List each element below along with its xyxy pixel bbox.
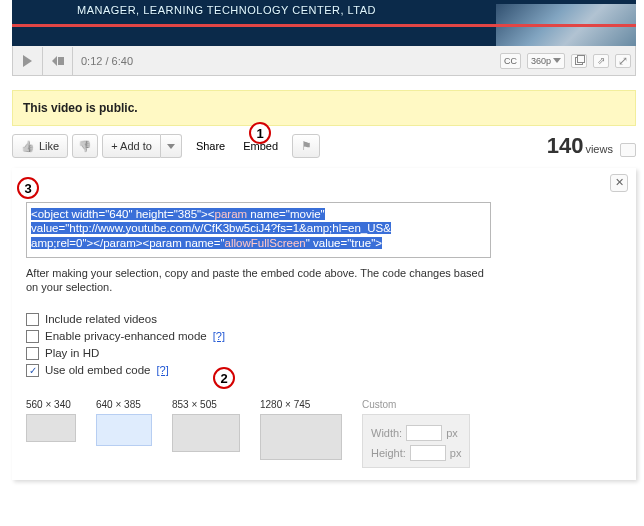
- action-bar: Like + Add to Share Embed 140views: [12, 134, 636, 158]
- size-label: 1280 × 745: [260, 399, 342, 410]
- checkbox[interactable]: [26, 330, 39, 343]
- opt-label: Play in HD: [45, 347, 99, 359]
- unit-label: px: [446, 427, 458, 439]
- width-input[interactable]: [406, 425, 442, 441]
- size-preset[interactable]: 560 × 340: [26, 399, 76, 468]
- checkbox[interactable]: ✓: [26, 364, 39, 377]
- size-custom: CustomWidth:pxHeight:px: [362, 399, 470, 468]
- size-preset[interactable]: 1280 × 745: [260, 399, 342, 468]
- size-preset[interactable]: 853 × 505: [172, 399, 240, 468]
- size-preview: [96, 414, 152, 446]
- embed-panel: ✕ <object width="640" height="385"><para…: [12, 168, 636, 480]
- addto-caret[interactable]: [161, 134, 182, 158]
- custom-width-row: Width:px: [371, 425, 461, 441]
- checkbox[interactable]: [26, 347, 39, 360]
- opt-related[interactable]: Include related videos: [26, 313, 622, 326]
- thumb-down-icon: [78, 140, 92, 153]
- embed-hint: After making your selection, copy and pa…: [26, 266, 496, 295]
- size-preview: [260, 414, 342, 460]
- player-controls: 0:12 / 6:40 CC 360p ⇗ ⤢: [12, 46, 636, 76]
- public-banner: This video is public.: [12, 90, 636, 126]
- like-label: Like: [39, 140, 59, 152]
- embed-link[interactable]: Embed: [243, 140, 278, 152]
- quality-label: 360p: [531, 56, 551, 66]
- view-count-number: 140: [547, 133, 584, 158]
- fullscreen-icon: ⤢: [618, 54, 628, 68]
- share-link[interactable]: Share: [196, 140, 225, 152]
- embed-options: Include related videos Enable privacy-en…: [26, 313, 622, 377]
- help-link[interactable]: [?]: [156, 364, 168, 376]
- size-preview: [172, 414, 240, 452]
- flag-icon: [301, 139, 312, 153]
- addto-button[interactable]: + Add to: [102, 134, 161, 158]
- newwindow-button[interactable]: ⇗: [593, 54, 609, 68]
- close-button[interactable]: ✕: [610, 174, 628, 192]
- checkbox[interactable]: [26, 313, 39, 326]
- height-label: Height:: [371, 447, 406, 459]
- speaker-icon: [52, 56, 64, 66]
- custom-title: Custom: [362, 399, 470, 410]
- size-presets: 560 × 340640 × 385853 × 5051280 × 745Cus…: [26, 399, 622, 468]
- opt-oldcode[interactable]: ✓ Use old embed code [?]: [26, 364, 622, 377]
- video-frame[interactable]: MANAGER, LEARNING TECHNOLOGY CENTER, LTA…: [12, 0, 636, 46]
- size-label: 640 × 385: [96, 399, 152, 410]
- embed-code-textarea[interactable]: <object width="640" height="385"><param …: [26, 202, 491, 258]
- size-preview: [26, 414, 76, 442]
- opt-label: Use old embed code: [45, 364, 150, 376]
- flag-button[interactable]: [292, 134, 320, 158]
- size-preset[interactable]: 640 × 385: [96, 399, 152, 468]
- video-overlay-caption: MANAGER, LEARNING TECHNOLOGY CENTER, LTA…: [77, 4, 376, 16]
- opt-label: Enable privacy-enhanced mode: [45, 330, 207, 342]
- quality-button[interactable]: 360p: [527, 53, 565, 69]
- popout-button[interactable]: [571, 54, 587, 68]
- width-label: Width:: [371, 427, 402, 439]
- popout-icon: [575, 57, 583, 65]
- custom-height-row: Height:px: [371, 445, 461, 461]
- size-label: 560 × 340: [26, 399, 76, 410]
- play-icon: [23, 55, 32, 67]
- opt-label: Include related videos: [45, 313, 157, 325]
- duration: 6:40: [112, 55, 133, 67]
- play-button[interactable]: [13, 47, 43, 75]
- current-time: 0:12: [81, 55, 102, 67]
- opt-hd[interactable]: Play in HD: [26, 347, 622, 360]
- unit-label: px: [450, 447, 462, 459]
- like-button[interactable]: Like: [12, 134, 68, 158]
- help-link[interactable]: [?]: [213, 330, 225, 342]
- height-input[interactable]: [410, 445, 446, 461]
- chevron-down-icon: [167, 144, 175, 149]
- arrow-icon: ⇗: [597, 56, 605, 66]
- dislike-button[interactable]: [72, 134, 98, 158]
- video-red-bar: [12, 24, 636, 27]
- time-display: 0:12 / 6:40: [81, 55, 133, 67]
- chevron-down-icon: [553, 58, 561, 63]
- volume-button[interactable]: [43, 47, 73, 75]
- cc-button[interactable]: CC: [500, 53, 521, 69]
- stats-icon[interactable]: [620, 143, 636, 157]
- views-label: views: [585, 143, 613, 155]
- size-label: 853 × 505: [172, 399, 240, 410]
- thumb-up-icon: [21, 140, 35, 153]
- view-count: 140views: [547, 133, 636, 159]
- fullscreen-button[interactable]: ⤢: [615, 54, 631, 68]
- opt-privacy[interactable]: Enable privacy-enhanced mode [?]: [26, 330, 622, 343]
